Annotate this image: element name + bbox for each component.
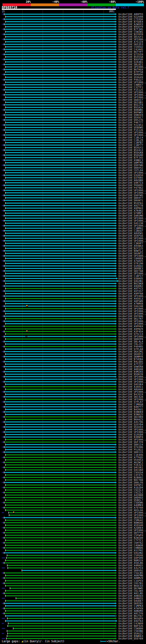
hit-label[interactable]: UniRef100_Q4CU60 <box>118 469 143 471</box>
hit-bar[interactable] <box>6 142 115 143</box>
hit-bar[interactable] <box>4 608 115 609</box>
hit-bar[interactable] <box>6 575 115 576</box>
hit-bar[interactable] <box>6 505 115 506</box>
hit-bar[interactable] <box>4 140 115 140</box>
hit-bar[interactable] <box>4 120 115 120</box>
hit-bar[interactable] <box>8 633 115 634</box>
hit-bar[interactable] <box>4 497 115 498</box>
hit-label[interactable]: UniRef100_C4Y475 <box>118 474 143 476</box>
hit-bar[interactable] <box>4 432 115 432</box>
hit-bar[interactable] <box>4 376 115 377</box>
hit-label[interactable]: UniRef100_P49227 <box>118 78 143 81</box>
hit-bar[interactable] <box>6 424 115 425</box>
hit-bar[interactable] <box>4 250 115 251</box>
hit-bar[interactable] <box>4 391 115 392</box>
hit-bar[interactable] <box>4 311 115 312</box>
hit-label[interactable]: UniRef100_Q5EY89 <box>118 637 143 640</box>
hit-label[interactable]: UniRef100_C1GPV3 <box>118 580 143 582</box>
hit-label[interactable]: UniRef100_B6RB96 <box>118 73 143 76</box>
hit-bar[interactable] <box>4 537 115 538</box>
hit-bar[interactable] <box>4 84 115 85</box>
hit-label[interactable]: UniRef100_C0L2Z7 <box>118 343 143 346</box>
hit-bar[interactable] <box>6 112 115 113</box>
hit-label[interactable]: UniRef100_Q4CU61 <box>118 466 143 469</box>
hit-bar[interactable] <box>4 14 115 14</box>
hit-bar[interactable] <box>6 36 115 37</box>
hit-bar[interactable] <box>6 31 115 32</box>
hit-bar[interactable] <box>4 155 115 156</box>
hit-label[interactable]: UniRef100_Q80115 <box>118 451 143 454</box>
hit-bar[interactable] <box>4 270 115 272</box>
hit-label[interactable]: UniRef100_UPI000.. <box>118 94 146 96</box>
hit-bar[interactable] <box>6 585 115 586</box>
hit-bar[interactable] <box>4 286 115 286</box>
hit-bar[interactable] <box>6 620 116 622</box>
hit-bar[interactable] <box>4 446 115 448</box>
hit-bar[interactable] <box>6 449 115 450</box>
hit-bar[interactable] <box>6 404 115 405</box>
hit-label[interactable]: UniRef100_Q8L4L4 <box>118 340 143 343</box>
hit-bar[interactable] <box>6 77 115 78</box>
hit-bar[interactable] <box>6 525 115 526</box>
hit-bar[interactable] <box>6 192 115 193</box>
hit-bar[interactable] <box>6 223 115 224</box>
hit-bar[interactable] <box>4 356 115 357</box>
hit-bar[interactable] <box>6 318 115 319</box>
hit-bar[interactable] <box>16 598 115 599</box>
hit-label[interactable]: UniRef100_P15125 <box>118 89 143 91</box>
hit-bar[interactable] <box>4 235 115 236</box>
hit-bar[interactable] <box>6 87 115 88</box>
hit-bar[interactable] <box>4 306 115 306</box>
hit-label[interactable]: UniRef100_Q4R5M0 <box>118 214 143 217</box>
hit-bar[interactable] <box>6 198 115 198</box>
hit-label[interactable]: UniRef100_Q7PL68 <box>118 348 143 350</box>
hit-bar[interactable] <box>6 82 115 83</box>
hit-bar[interactable] <box>6 172 115 173</box>
hit-bar[interactable] <box>4 371 115 372</box>
hit-bar[interactable] <box>6 97 115 98</box>
hit-label[interactable]: UniRef100_P49405 <box>118 346 143 348</box>
hit-bar[interactable] <box>4 276 115 276</box>
hit-bar[interactable] <box>6 233 115 234</box>
hit-bar[interactable] <box>4 49 115 50</box>
hit-bar[interactable] <box>4 215 115 216</box>
hit-label[interactable]: UniRef100_A9PBZ9 <box>118 328 143 330</box>
hit-bar[interactable] <box>6 374 115 375</box>
hit-label[interactable]: UniRef100_C4WRX7 <box>118 84 143 86</box>
hit-bar[interactable] <box>4 69 115 70</box>
hit-bar[interactable] <box>6 419 115 420</box>
hit-bar[interactable] <box>6 228 115 229</box>
hit-bar[interactable] <box>6 152 115 153</box>
hit-label[interactable]: UniRef100_B6QCQ3 <box>118 584 143 587</box>
hit-bar[interactable] <box>7 558 115 558</box>
hit-bar[interactable] <box>6 122 115 123</box>
hit-label[interactable]: UniRef100_UPI000.. <box>118 81 146 84</box>
hit-label[interactable]: UniRef100_Q70MP1 <box>118 212 143 214</box>
hit-bar[interactable] <box>7 630 115 632</box>
hit-bar[interactable] <box>4 210 115 211</box>
hit-bar[interactable] <box>4 150 115 150</box>
hit-bar[interactable] <box>8 618 115 619</box>
hit-bar[interactable] <box>6 26 115 27</box>
hit-bar[interactable] <box>4 321 115 322</box>
hit-label[interactable]: UniRef100_O59953 <box>118 459 143 461</box>
hit-bar[interactable] <box>4 578 115 578</box>
hit-label[interactable]: UniRef100_UPI000.. <box>118 335 146 338</box>
hit-label[interactable]: UniRef100_A0BUQ3 <box>118 595 143 597</box>
hit-bar[interactable] <box>6 308 115 309</box>
hit-label[interactable]: UniRef100_A7TKQ5 <box>118 456 143 459</box>
hit-bar[interactable] <box>6 167 115 168</box>
hit-bar[interactable] <box>4 422 115 422</box>
hit-bar[interactable] <box>6 72 115 72</box>
hit-bar[interactable] <box>4 402 115 402</box>
hit-bar[interactable] <box>8 568 115 568</box>
hit-bar[interactable] <box>6 510 115 510</box>
hit-bar[interactable] <box>4 29 115 30</box>
hit-bar[interactable] <box>6 494 115 496</box>
hit-bar[interactable] <box>6 545 115 546</box>
hit-bar[interactable] <box>4 200 115 201</box>
hit-bar[interactable] <box>6 414 115 415</box>
hit-bar[interactable] <box>4 613 115 614</box>
hit-bar[interactable] <box>6 288 115 289</box>
hit-label[interactable]: UniRef100_Q75C13 <box>118 333 143 335</box>
